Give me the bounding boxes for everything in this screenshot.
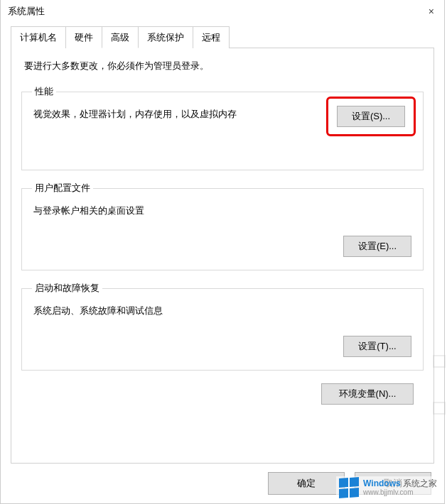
tab-advanced[interactable]: 高级	[102, 26, 139, 48]
startup-settings-button[interactable]: 设置(T)...	[343, 336, 411, 357]
tab-strip: 计算机名 硬件 高级 系统保护 远程	[11, 26, 434, 48]
titlebar: 系统属性 ×	[1, 0, 444, 23]
env-row: 环境变量(N)...	[21, 382, 424, 405]
watermark: Windows 系统之家 www.bjjmlv.com	[336, 476, 440, 499]
user-profile-desc: 与登录帐户相关的桌面设置	[33, 204, 411, 217]
environment-variables-button[interactable]: 环境变量(N)...	[321, 383, 414, 405]
tab-remote[interactable]: 远程	[193, 26, 230, 48]
windows-logo-icon	[339, 477, 359, 498]
watermark-url: www.bjjmlv.com	[363, 488, 437, 496]
tab-hardware[interactable]: 硬件	[65, 26, 102, 48]
user-profile-legend: 用户配置文件	[32, 182, 93, 195]
system-properties-window: 系统属性 × 计算机名 硬件 高级 系统保护 远程 要进行大多数更改，你必须作为…	[0, 0, 445, 504]
close-button[interactable]: ×	[421, 1, 441, 21]
performance-settings-button[interactable]: 设置(S)...	[337, 106, 405, 127]
performance-group: 性能 视觉效果，处理器计划，内存使用，以及虚拟内存 设置(S)...	[21, 85, 424, 170]
user-profile-settings-button[interactable]: 设置(E)...	[343, 236, 411, 257]
performance-settings-highlight: 设置(S)...	[326, 97, 416, 136]
tab-computer-name[interactable]: 计算机名	[11, 26, 66, 48]
ok-button[interactable]: 确定	[268, 472, 345, 495]
user-profile-group: 用户配置文件 与登录帐户相关的桌面设置 设置(E)...	[21, 182, 424, 270]
watermark-brand: Windows	[363, 478, 401, 488]
startup-recovery-group: 启动和故障恢复 系统启动、系统故障和调试信息 设置(T)...	[21, 282, 424, 371]
admin-note: 要进行大多数更改，你必须作为管理员登录。	[21, 60, 424, 72]
startup-desc: 系统启动、系统故障和调试信息	[33, 305, 411, 317]
advanced-panel: 要进行大多数更改，你必须作为管理员登录。 性能 视觉效果，处理器计划，内存使用，…	[11, 48, 434, 464]
dialog-content: 计算机名 硬件 高级 系统保护 远程 要进行大多数更改，你必须作为管理员登录。 …	[1, 23, 444, 464]
watermark-suffix: 系统之家	[403, 478, 437, 488]
window-title: 系统属性	[8, 5, 437, 18]
performance-legend: 性能	[32, 85, 56, 98]
tab-system-protection[interactable]: 系统保护	[138, 26, 193, 48]
startup-legend: 启动和故障恢复	[32, 282, 102, 295]
watermark-text: Windows 系统之家 www.bjjmlv.com	[363, 479, 437, 496]
